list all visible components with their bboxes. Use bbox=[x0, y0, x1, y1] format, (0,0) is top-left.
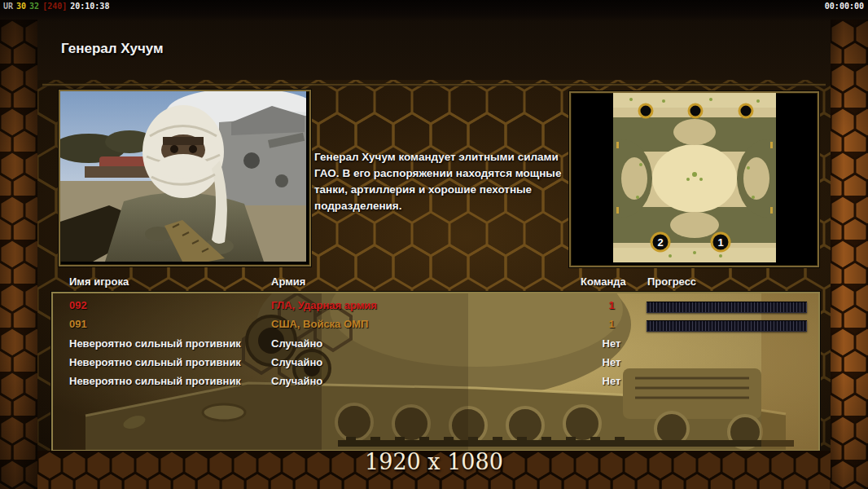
debug-readout: UR3032[240]20:10:38 bbox=[3, 2, 112, 11]
player-team: Нет bbox=[582, 375, 641, 387]
table-row: 092ГЛА, Ударная армия1 bbox=[53, 299, 818, 315]
player-team: Нет bbox=[582, 337, 641, 350]
player-name: 092 bbox=[69, 299, 87, 311]
debug-value2: 32 bbox=[29, 2, 39, 11]
general-portrait bbox=[59, 90, 311, 267]
player-team: 1 bbox=[582, 318, 641, 330]
load-progress-bar bbox=[647, 302, 807, 313]
svg-text:2: 2 bbox=[657, 236, 663, 249]
player-list-panel: 092ГЛА, Ударная армия1091США, Войска ОМП… bbox=[51, 292, 820, 452]
player-name: 091 bbox=[69, 318, 87, 330]
page-title: Генерал Хучум bbox=[61, 41, 164, 57]
table-row: 091США, Войска ОМП1 bbox=[53, 318, 818, 334]
frame-right-hex-strip bbox=[831, 20, 868, 489]
title-divider bbox=[42, 83, 826, 86]
general-description: Генерал Хучум командует элитными силами … bbox=[314, 149, 583, 214]
player-name: Невероятно сильный противник bbox=[69, 337, 241, 350]
player-team: Нет bbox=[582, 356, 641, 368]
frame-left-hex-strip bbox=[0, 20, 37, 489]
loading-screen: UR3032[240]20:10:38 00:00:00 bbox=[0, 0, 868, 489]
svg-text:1: 1 bbox=[717, 236, 723, 249]
map-image: 2 1 bbox=[613, 93, 776, 262]
player-team: 1 bbox=[582, 299, 641, 311]
column-header-player-name: Имя игрока bbox=[69, 275, 129, 288]
table-row: Невероятно сильный противникСлучайноНет bbox=[53, 375, 818, 391]
start-position-marker: 1 bbox=[712, 233, 730, 251]
debug-fps: 30 bbox=[16, 2, 26, 11]
player-army: Случайно bbox=[271, 356, 322, 368]
debug-clock: 20:10:38 bbox=[70, 2, 109, 11]
player-army: Случайно bbox=[271, 375, 322, 387]
column-header-team: Команда bbox=[581, 275, 626, 288]
table-row: Невероятно сильный противникСлучайноНет bbox=[53, 356, 818, 372]
debug-value3: [240] bbox=[42, 2, 67, 11]
column-header-army: Армия bbox=[271, 275, 305, 288]
map-preview: 2 1 bbox=[569, 91, 819, 267]
portrait-image bbox=[60, 91, 306, 262]
debug-label: UR bbox=[3, 2, 13, 11]
player-army: Случайно bbox=[271, 337, 322, 350]
player-name: Невероятно сильный противник bbox=[69, 356, 241, 368]
column-header-progress: Прогресс bbox=[647, 275, 696, 288]
player-name: Невероятно сильный противник bbox=[69, 375, 241, 387]
table-row: Невероятно сильный противникСлучайноНет bbox=[53, 337, 818, 354]
player-army: ГЛА, Ударная армия bbox=[271, 299, 377, 311]
load-progress-bar bbox=[647, 320, 807, 332]
resolution-label: 1920 x 1080 bbox=[0, 449, 868, 474]
top-status-bar: UR3032[240]20:10:38 00:00:00 bbox=[0, 0, 868, 21]
start-position-marker: 2 bbox=[651, 233, 669, 251]
match-timer: 00:00:00 bbox=[825, 2, 864, 11]
player-army: США, Войска ОМП bbox=[271, 318, 368, 330]
